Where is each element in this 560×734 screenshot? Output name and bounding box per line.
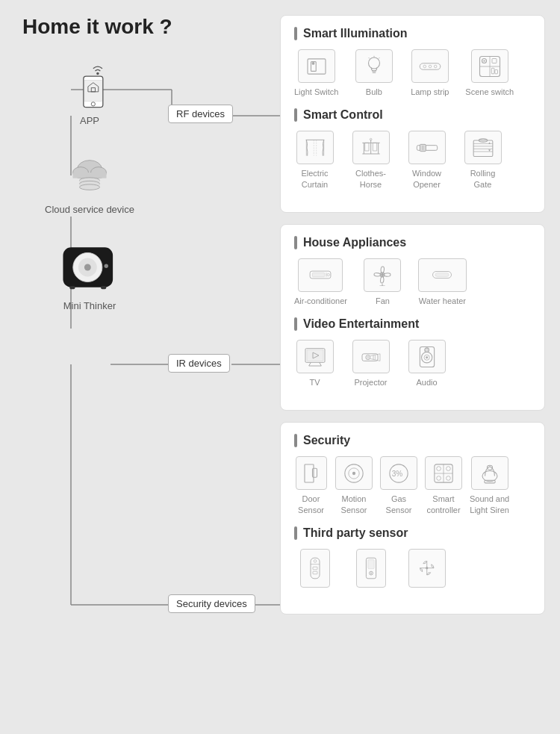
bulb-icon [355, 49, 393, 83]
security-title: Security [294, 434, 531, 447]
svg-point-116 [447, 476, 451, 481]
svg-rect-124 [313, 571, 317, 574]
curtain-icon [296, 131, 334, 164]
third-party-sensor-title: Third party sensor [294, 526, 531, 540]
house-appliances-icons: Air-conditioner [294, 258, 531, 306]
sensor2-icon [356, 549, 386, 588]
rolling-gate-label: RollingGate [470, 168, 496, 190]
sensor1-icon [300, 549, 330, 588]
smart-controller-icon [425, 456, 462, 490]
app-label: APP [80, 115, 99, 126]
svg-point-34 [311, 62, 314, 65]
svg-point-24 [80, 184, 100, 190]
sensor3-icon [408, 549, 446, 588]
smart-illumination-icons: Light Switch [294, 49, 531, 97]
smart-control-title: Smart Control [294, 108, 531, 122]
window-opener-icon [408, 131, 446, 164]
gas-sensor-icon: 3% [380, 456, 417, 490]
svg-rect-77 [313, 273, 325, 277]
ac-label: Air-conditioner [294, 296, 347, 306]
light-switch-label: Light Switch [294, 87, 338, 97]
svg-point-93 [365, 355, 370, 359]
svg-line-89 [308, 362, 311, 366]
window-opener-item: WindowOpener [406, 131, 447, 190]
svg-rect-50 [492, 58, 497, 63]
svg-line-40 [368, 57, 370, 59]
svg-rect-12 [84, 80, 102, 102]
tv-label: TV [309, 377, 320, 388]
projector-item: Projector [350, 340, 391, 388]
sensor1-item [294, 549, 335, 591]
gas-sensor-label: GasSensor [386, 494, 412, 515]
svg-marker-75 [488, 149, 491, 152]
cloud-icon [67, 149, 112, 201]
light-switch-icon [298, 49, 335, 83]
svg-rect-85 [435, 273, 449, 277]
sensor2-item [350, 549, 391, 591]
smart-control-icons: ElectricCurtain [294, 131, 531, 190]
audio-icon [408, 340, 446, 373]
projector-icon [352, 340, 390, 373]
left-column: APP Cloud service device [15, 60, 164, 319]
tv-item: TV [294, 340, 335, 388]
window-opener-label: WindowOpener [412, 168, 441, 190]
svg-point-79 [327, 274, 329, 276]
svg-line-90 [319, 362, 321, 366]
water-heater-label: Water heater [419, 296, 466, 306]
sensor3-item [406, 549, 447, 591]
svg-point-42 [423, 65, 426, 68]
svg-point-131 [426, 567, 428, 569]
smart-illumination-title: Smart Illumination [294, 27, 531, 40]
motion-sensor-icon [335, 456, 373, 490]
rf-label: RF devices [168, 105, 233, 123]
curtain-label: ElectricCurtain [301, 168, 328, 190]
svg-point-44 [434, 65, 437, 68]
scene-switch-label: Scene switch [465, 87, 514, 97]
mini-thinker-icon [60, 237, 119, 297]
ac-item: Air-conditioner [294, 258, 347, 306]
third-party-sensor-icons [294, 549, 531, 591]
cloud-device: Cloud service device [15, 149, 164, 215]
svg-point-122 [314, 560, 317, 563]
smart-controller-label: Smartcontroller [426, 494, 460, 515]
svg-rect-126 [367, 560, 373, 569]
svg-text:3%: 3% [392, 470, 403, 478]
water-heater-icon [418, 258, 467, 292]
siren-icon [471, 456, 508, 490]
curtain-item: ElectricCurtain [294, 131, 335, 190]
rolling-gate-icon [464, 131, 502, 164]
svg-point-81 [382, 274, 383, 276]
door-sensor-label: DoorSensor [298, 494, 324, 515]
bulb-label: Bulb [366, 87, 382, 97]
svg-point-94 [367, 356, 368, 358]
rolling-gate-item: RollingGate [462, 131, 503, 190]
lamp-strip-label: Lamp strip [411, 87, 449, 97]
svg-point-28 [84, 264, 91, 271]
scene-switch-icon [471, 49, 508, 83]
projector-label: Projector [354, 377, 387, 388]
svg-rect-32 [308, 58, 326, 73]
svg-point-43 [429, 65, 432, 68]
security-icons: DoorSensor MotionSensor [294, 456, 531, 515]
mini-thinker-label: Mini Thinker [63, 300, 116, 311]
house-appliances-title: House Appliances [294, 236, 531, 249]
svg-point-29 [105, 264, 108, 268]
svg-line-39 [379, 57, 380, 59]
motion-sensor-item: MotionSensor [335, 456, 373, 515]
svg-point-114 [447, 467, 451, 471]
svg-point-49 [483, 60, 485, 61]
siren-label: Sound andLight Siren [470, 494, 509, 515]
water-heater-item: Water heater [418, 258, 467, 306]
clothes-horse-icon [352, 131, 390, 164]
ac-icon [298, 258, 343, 292]
svg-marker-74 [488, 142, 491, 144]
ir-label-box: IR devices [168, 354, 230, 373]
siren-item: Sound andLight Siren [470, 456, 509, 515]
security-label: Security devices [168, 594, 255, 613]
ir-label: IR devices [168, 354, 230, 373]
motion-sensor-label: MotionSensor [341, 494, 367, 515]
gas-sensor-item: 3% GasSensor [380, 456, 417, 515]
svg-rect-52 [494, 69, 497, 73]
svg-point-101 [424, 348, 429, 352]
svg-point-102 [426, 349, 428, 351]
